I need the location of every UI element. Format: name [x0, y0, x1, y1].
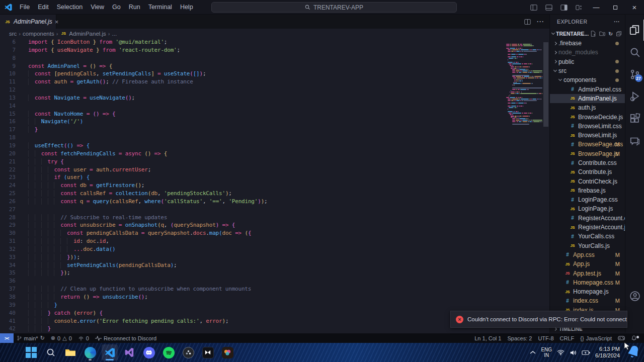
taskbar-search-icon[interactable] — [43, 344, 59, 360]
tree-item-auth-js[interactable]: JSauth.js — [550, 103, 625, 112]
problems-item[interactable]: ⊗0 △0 — [48, 335, 75, 341]
code-line[interactable]: useEffect(() => { — [28, 142, 504, 150]
explorer-activity-icon[interactable] — [625, 20, 644, 41]
tree-item-node-modules[interactable]: node_modules — [550, 48, 625, 57]
code-line[interactable]: const pendingCallsData = querySnapshot.d… — [28, 229, 504, 237]
code-line[interactable]: } — [28, 325, 504, 333]
code-line[interactable]: const auth = getAuth(); // Firebase auth… — [28, 78, 504, 86]
command-center-search[interactable]: TRENTAREV-APP — [211, 2, 457, 13]
notification-toast[interactable]: × Couldn't connect to Discord via RPC: E… — [450, 311, 627, 328]
tree-item--firebase[interactable]: .firebase — [550, 39, 625, 48]
tree-item-browselimit-js[interactable]: JSBrowseLimit.js — [550, 131, 625, 140]
split-editor-icon[interactable] — [524, 19, 531, 25]
tree-item-app-test-js[interactable]: JSApp.test.jsM — [550, 268, 625, 278]
code-line[interactable]: } — [28, 301, 504, 309]
edge-icon[interactable] — [82, 344, 98, 360]
customize-layout-icon[interactable] — [572, 0, 587, 15]
menu-help[interactable]: Help — [176, 4, 197, 11]
code-line[interactable]: const Navigate = useNavigate(); — [28, 94, 504, 102]
vscode-taskbar-icon[interactable] — [102, 344, 118, 360]
code-line[interactable] — [28, 134, 504, 142]
discord-icon[interactable] — [141, 344, 157, 360]
tree-item-registeraccount-css[interactable]: #RegisterAccount.css — [550, 214, 625, 223]
obs-icon[interactable] — [180, 344, 196, 360]
davinci-resolve-icon[interactable] — [219, 344, 235, 360]
capcut-icon[interactable] — [200, 344, 216, 360]
code-line[interactable] — [28, 102, 504, 110]
ports-item[interactable]: 0 — [75, 335, 92, 341]
scrollbar-thumb[interactable] — [543, 42, 548, 127]
code-line[interactable]: } — [28, 126, 504, 134]
remote-indicator[interactable]: >< — [0, 333, 14, 343]
tree-item-homepage-js[interactable]: JSHomepage.js — [550, 287, 625, 296]
code-line[interactable] — [28, 206, 504, 214]
tree-item-contribute-js[interactable]: JSContribute.js — [550, 167, 625, 176]
tree-item-browsedecide-js[interactable]: JSBrowseDecide.js — [550, 112, 625, 121]
collapse-all-icon[interactable] — [616, 31, 622, 37]
tree-item-yourcalls-js[interactable]: JSYourCalls.js — [550, 241, 625, 250]
menu-view[interactable]: View — [87, 4, 108, 11]
code-line[interactable]: })); — [28, 253, 504, 261]
code-line[interactable]: const NavtoHome = () => { — [28, 110, 504, 118]
new-file-icon[interactable] — [590, 31, 596, 37]
tree-item-app-js[interactable]: JSApp.jsM — [550, 259, 625, 268]
code-line[interactable]: Navigate('/') — [28, 118, 504, 126]
chat-activity-icon[interactable] — [625, 130, 644, 151]
discord-reconnect-item[interactable]: Reconnect to Discord — [92, 335, 159, 341]
toggle-sidebar-right-icon[interactable] — [556, 0, 572, 15]
encoding[interactable]: UTF-8 — [535, 335, 556, 341]
search-activity-icon[interactable] — [625, 42, 644, 63]
cursor-position[interactable]: Ln 1, Col 1 — [471, 335, 504, 341]
menu-file[interactable]: File — [16, 4, 34, 11]
account-icon[interactable] — [625, 286, 644, 307]
minimap[interactable] — [506, 44, 542, 125]
tab-close-icon[interactable]: × — [55, 18, 59, 26]
tree-item-homepage-css[interactable]: #Homepage.cssM — [550, 278, 625, 287]
tree-item-adminpanel-js[interactable]: JSAdminPanel.js — [550, 94, 625, 103]
file-explorer-icon[interactable] — [62, 344, 78, 360]
menu-edit[interactable]: Edit — [34, 4, 53, 11]
code-line[interactable]: ...doc.data() — [28, 245, 504, 253]
tab-adminpanel[interactable]: JS AdminPanel.js × — [0, 15, 56, 29]
tree-item-public[interactable]: public — [550, 57, 625, 66]
code-line[interactable]: const q = query(callsRef, where('callSta… — [28, 198, 504, 206]
code-line[interactable] — [28, 86, 504, 94]
code-line[interactable]: if (user) { — [28, 173, 504, 182]
language-indicator[interactable]: ENGIN — [541, 347, 552, 358]
tree-item-adminpanel-css[interactable]: #AdminPanel.css — [550, 84, 625, 94]
code-line[interactable]: // Subscribe to real-time updates — [28, 214, 504, 222]
code-line[interactable]: const db = getFirestore(); — [28, 182, 504, 190]
code-line[interactable]: console.error('Error fetching pending ca… — [28, 317, 504, 325]
tray-chevron-up-icon[interactable] — [530, 350, 536, 354]
explorer-more-icon[interactable]: ··· — [614, 19, 620, 25]
code-editor[interactable]: 6789101112131415161718192021222324252627… — [0, 38, 549, 333]
tree-item-browsepage-css[interactable]: #BrowsePage.cssM — [550, 140, 625, 149]
tree-item-loginpage-css[interactable]: #LoginPage.css — [550, 195, 625, 204]
menu-selection[interactable]: Selection — [53, 4, 87, 11]
wifi-icon[interactable] — [557, 349, 565, 355]
code-line[interactable]: id: doc.id, — [28, 237, 504, 245]
code-line[interactable]: const callsRef = collection(db, 'pending… — [28, 190, 504, 198]
battery-icon[interactable] — [582, 350, 590, 355]
tree-item-firebase-js[interactable]: JSfirebase.js — [550, 186, 625, 195]
code-line[interactable]: const fetchPendingCalls = async () => { — [28, 150, 504, 158]
tree-item-components[interactable]: components — [550, 75, 625, 84]
language-mode[interactable]: {} JavaScript — [577, 335, 615, 341]
extensions-activity-icon[interactable] — [625, 108, 644, 129]
minimize-button[interactable]: — — [587, 0, 606, 15]
code-line[interactable]: } catch (error) { — [28, 309, 504, 317]
tree-item-app-css[interactable]: #App.cssM — [550, 250, 625, 259]
code-line[interactable]: }); — [28, 269, 504, 277]
tree-item-contribute-css[interactable]: #Contribute.css — [550, 158, 625, 167]
clock[interactable]: 6:13 PM6/18/2024 — [595, 346, 620, 359]
code-line[interactable]: const [pendingCalls, setPendingCalls] = … — [28, 70, 504, 78]
spotify-icon[interactable] — [160, 344, 177, 360]
code-line[interactable]: import { useNavigate } from 'react-route… — [28, 46, 504, 54]
toggle-panel-bottom-icon[interactable] — [541, 0, 556, 15]
source-control-activity-icon[interactable]: 27 — [625, 64, 644, 85]
menu-run[interactable]: Run — [125, 4, 144, 11]
breadcrumb-symbol[interactable]: ... — [112, 31, 117, 37]
tree-item-loginpage-js[interactable]: JSLoginPage.js — [550, 204, 625, 213]
vertical-scrollbar[interactable] — [542, 38, 549, 333]
git-branch-item[interactable]: main* ↻ — [14, 335, 48, 341]
